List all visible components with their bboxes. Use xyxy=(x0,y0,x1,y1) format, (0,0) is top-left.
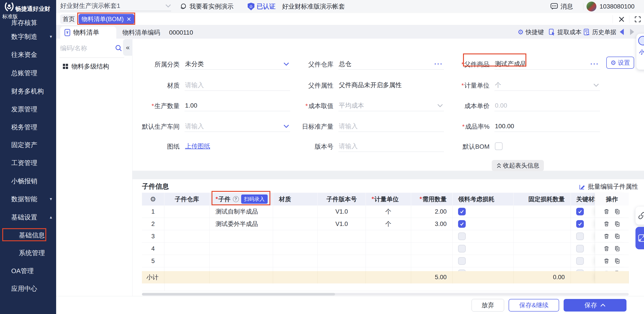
cell-key_material[interactable] xyxy=(571,230,595,242)
fullscreen-button[interactable] xyxy=(633,15,643,24)
sidebar-item-16[interactable]: 应用中心 xyxy=(11,283,53,295)
cell-unit[interactable]: 个 xyxy=(366,206,411,218)
extract-cost-button[interactable]: 提取成本 xyxy=(548,28,582,36)
cell-unit[interactable] xyxy=(366,267,411,271)
sidebar-item-10[interactable]: 小畅报销 xyxy=(11,176,53,187)
cell-qty[interactable] xyxy=(411,267,453,271)
cell-version[interactable] xyxy=(318,267,366,271)
copy-insert-row-icon[interactable] xyxy=(614,208,620,215)
horizontal-scrollbar[interactable] xyxy=(142,293,629,296)
cell-version[interactable]: V1.0 xyxy=(318,206,366,218)
cell-actions[interactable] xyxy=(595,242,629,255)
cell-qty[interactable]: 3.00 xyxy=(411,218,453,230)
sidebar-item-2[interactable]: 数字制造▼ xyxy=(11,31,53,43)
workshop-select[interactable]: 请输入 xyxy=(184,120,290,132)
cell-fixed_loss[interactable] xyxy=(514,206,571,218)
messages-button[interactable]: 消息 xyxy=(550,0,573,13)
sidebar-item-7[interactable]: 税务管理 xyxy=(11,122,53,133)
cell-warehouse[interactable] xyxy=(164,242,210,255)
cell-actions[interactable] xyxy=(595,206,629,218)
batch-edit-button[interactable]: 批量编辑子件属性 xyxy=(579,182,638,191)
scan-entry-button[interactable]: 扫码录入 xyxy=(241,194,268,204)
cell-qty[interactable]: 2.00 xyxy=(411,206,453,218)
cell-version[interactable] xyxy=(318,230,366,242)
cell-loss[interactable] xyxy=(453,206,514,218)
collapse-header-button[interactable]: 收起表头信息 xyxy=(492,160,544,171)
sidebar-item-1[interactable]: 库存核算 xyxy=(11,17,53,29)
cell-unit[interactable] xyxy=(366,255,411,267)
discard-button[interactable]: 放弃 xyxy=(472,299,504,312)
attachment-link-button[interactable] xyxy=(636,207,644,224)
save-button[interactable]: 保存 xyxy=(564,299,626,312)
cell-fixed_loss[interactable] xyxy=(514,255,571,267)
checkbox-unchecked[interactable] xyxy=(458,245,466,252)
sidebar-item-12[interactable]: 基础设置▲ xyxy=(11,212,53,223)
cell-actions[interactable] xyxy=(595,255,629,267)
scrollbar-thumb[interactable] xyxy=(142,293,335,296)
sidebar-item-3[interactable]: 往来资金 xyxy=(11,49,53,61)
cell-material[interactable] xyxy=(273,255,318,267)
cell-warehouse[interactable] xyxy=(164,206,210,218)
cell-warehouse[interactable] xyxy=(164,218,210,230)
cell-child[interactable] xyxy=(210,255,273,267)
cell-key_material[interactable] xyxy=(571,242,595,255)
delete-row-icon[interactable] xyxy=(603,208,610,215)
category-select[interactable]: 未分类 xyxy=(184,58,290,70)
checkbox-unchecked[interactable] xyxy=(458,232,466,240)
cell-fixed_loss[interactable] xyxy=(514,230,571,242)
close-tab-icon[interactable] xyxy=(126,16,131,22)
checkbox-checked[interactable] xyxy=(576,208,584,216)
sidebar-item-13[interactable]: 基础信息 xyxy=(19,230,52,241)
cell-version[interactable] xyxy=(318,242,366,255)
collapse-panel-button[interactable]: « xyxy=(123,39,132,56)
cost-method-select[interactable]: 平均成本 xyxy=(338,100,444,111)
next-doc-arrow[interactable] xyxy=(630,29,634,35)
account-set-dropdown[interactable]: 好业财生产演示帐套1 xyxy=(60,1,171,11)
search-input[interactable]: 编码/名称 xyxy=(60,44,87,52)
cell-loss[interactable] xyxy=(453,267,514,271)
checkbox-checked[interactable] xyxy=(576,220,584,228)
cell-loss[interactable] xyxy=(453,230,514,242)
copy-insert-row-icon[interactable] xyxy=(614,221,620,227)
cell-actions[interactable] xyxy=(595,230,629,242)
user-id[interactable]: 1038080100 xyxy=(600,0,634,13)
cell-unit[interactable] xyxy=(366,242,411,255)
assistant-widget[interactable]: 小 xyxy=(636,34,644,70)
cell-warehouse[interactable] xyxy=(164,267,210,271)
cell-actions[interactable] xyxy=(595,218,629,230)
sidebar-item-14[interactable]: 系统管理 xyxy=(19,247,52,259)
close-page-button[interactable] xyxy=(616,15,626,24)
parent-product-picker[interactable]: 测试产成品 ··· xyxy=(494,58,600,70)
expand-widget-button[interactable] xyxy=(636,227,644,249)
cell-material[interactable] xyxy=(273,218,318,230)
user-avatar[interactable] xyxy=(586,2,596,12)
cell-version[interactable]: V1.0 xyxy=(318,218,366,230)
settings-button[interactable]: ⚙设置 xyxy=(606,56,634,69)
parent-warehouse-picker[interactable]: 总仓 ··· xyxy=(338,58,444,70)
cell-key_material[interactable] xyxy=(571,206,595,218)
material-input[interactable]: 请输入 xyxy=(184,80,290,91)
yield-rate-input[interactable]: 100.00 xyxy=(494,120,600,132)
cell-fixed_loss[interactable] xyxy=(514,242,571,255)
cell-child[interactable] xyxy=(210,242,273,255)
cell-qty[interactable] xyxy=(411,242,453,255)
upload-drawing-link[interactable]: 上传图纸 xyxy=(185,142,210,150)
ellipsis-picker-icon[interactable]: ··· xyxy=(590,60,599,68)
cell-loss[interactable] xyxy=(453,218,514,230)
daily-output-input[interactable]: 请输入 xyxy=(338,120,444,132)
copy-insert-row-icon[interactable] xyxy=(614,233,620,240)
sidebar-item-8[interactable]: 固定资产 xyxy=(11,139,53,151)
checkbox-unchecked[interactable] xyxy=(576,257,584,265)
checkbox-unchecked[interactable] xyxy=(576,232,584,240)
cell-warehouse[interactable] xyxy=(164,230,210,242)
cell-child[interactable]: 测试自制半成品 xyxy=(210,206,273,218)
multi-level-structure-item[interactable]: 物料多级结构 xyxy=(56,61,124,72)
copy-insert-row-icon[interactable] xyxy=(614,258,620,264)
shortcut-keys-button[interactable]: ⚙快捷键 xyxy=(518,28,544,36)
sidebar-item-9[interactable]: 工资管理 xyxy=(11,157,53,169)
checkbox-unchecked[interactable] xyxy=(576,245,584,252)
cell-fixed_loss[interactable] xyxy=(514,267,571,271)
ellipsis-picker-icon[interactable]: ··· xyxy=(434,60,443,68)
tab-home[interactable]: 首页 xyxy=(60,14,77,24)
checkbox-checked[interactable] xyxy=(458,208,466,216)
